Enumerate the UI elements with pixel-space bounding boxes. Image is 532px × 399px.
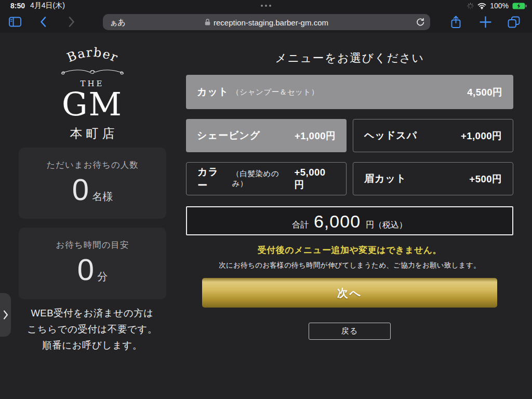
svg-text:Barber: Barber [64, 45, 120, 65]
url-text: reception-staging.barber-gm.com [214, 18, 328, 26]
menu-item-color[interactable]: カラー （白髪染めのみ） +5,000円 [186, 162, 347, 195]
web-reception-note: WEB受付をお済ませの方は こちらでの受付は不要です。 順番にお呼びします。 [0, 305, 184, 353]
logo-flourish-icon [61, 70, 124, 74]
wait-time-unit: 分 [97, 270, 108, 284]
status-left: 8:50 4月4日(木) [10, 0, 65, 11]
tabs-icon[interactable] [507, 16, 521, 29]
logo-barber-arc: Barber [38, 45, 147, 78]
page-settings-button[interactable]: ぁあ [110, 17, 126, 27]
drawer-handle[interactable] [0, 293, 11, 337]
shop-sidebar: Barber THE GM 本町店 ただいまお待ちの人数 [0, 33, 184, 399]
waiting-count-value: 0 [72, 173, 89, 206]
warning-subtext: 次にお待ちのお客様の待ち時間が伸びてしまうため、ご協力をお願い致します。 [186, 261, 513, 270]
safari-toolbar: ぁあ reception-staging.barber-gm.com [0, 11, 532, 33]
waiting-count-title: ただいまお待ちの人数 [19, 159, 166, 171]
lock-icon [205, 19, 210, 26]
back-button[interactable]: 戻る [309, 323, 391, 340]
logo-gm: GM [0, 88, 184, 121]
wait-time-value: 0 [77, 253, 94, 286]
note-line: 順番にお呼びします。 [0, 337, 184, 353]
menu-item-name: ヘッドスパ [364, 129, 417, 142]
wait-time-title: お待ち時間の目安 [19, 240, 166, 251]
menu-item-cut[interactable]: カット （シャンプー＆セット） 4,500円 [186, 75, 513, 109]
battery-charging-icon [512, 3, 527, 9]
forward-icon[interactable] [68, 16, 75, 28]
status-right: 100% [467, 0, 527, 11]
menu-item-price: 4,500円 [467, 86, 502, 99]
shop-logo: Barber THE GM 本町店 [0, 45, 184, 142]
back-icon[interactable] [39, 16, 47, 28]
waiting-count-card: ただいまお待ちの人数 0 名様 [19, 148, 166, 219]
menu-item-note: （シャンプー＆セット） [232, 87, 318, 97]
menu-item-price: +5,000円 [295, 167, 336, 191]
new-tab-icon[interactable] [480, 16, 491, 28]
sidebar-toggle-icon[interactable] [8, 16, 22, 28]
url-display: reception-staging.barber-gm.com [205, 18, 328, 26]
reload-icon[interactable] [416, 18, 425, 27]
reception-page: Barber THE GM 本町店 ただいまお待ちの人数 [0, 33, 532, 399]
menu-item-price: +1,000円 [295, 129, 336, 142]
menu-item-name: 眉カット [364, 172, 406, 185]
date: 4月4日(木) [30, 1, 65, 10]
wifi-icon [477, 3, 486, 9]
ipad-screen: 8:50 4月4日(木) [0, 0, 532, 399]
page-title: メニューをお選びください [186, 50, 513, 66]
total-amount: 6,000 [314, 211, 361, 232]
network-activity-icon [467, 3, 474, 9]
menu-item-note: （白髪染めのみ） [232, 169, 294, 189]
share-icon[interactable] [450, 15, 462, 29]
note-line: こちらでの受付は不要です。 [0, 321, 184, 337]
menu-item-name: シェービング [197, 129, 260, 142]
note-line: WEB受付をお済ませの方は [0, 305, 184, 321]
menu-item-shaving[interactable]: シェービング +1,000円 [186, 119, 347, 152]
total-label: 合計 [292, 220, 309, 231]
total-price-box: 合計 6,000 円（税込） [186, 206, 513, 235]
menu-item-price: +1,000円 [461, 129, 502, 142]
menu-grid: カット （シャンプー＆セット） 4,500円 シェービング +1,000円 ヘッ… [186, 75, 513, 195]
menu-item-name: カット [197, 85, 229, 99]
battery-percent: 100% [490, 2, 509, 10]
no-change-warning: 受付後のメニュー追加や変更はできません。 [186, 244, 513, 256]
menu-selection-panel: メニューをお選びください カット （シャンプー＆セット） 4,500円 シェービ… [184, 33, 532, 399]
next-button[interactable]: 次へ [202, 278, 497, 308]
waiting-count-unit: 名様 [92, 190, 113, 204]
menu-item-name: カラー [197, 165, 229, 192]
clock: 8:50 [10, 2, 25, 10]
wait-time-card: お待ち時間の目安 0 分 [19, 228, 166, 299]
menu-item-head-spa[interactable]: ヘッドスパ +1,000円 [353, 119, 513, 152]
total-suffix: 円（税込） [366, 220, 407, 231]
status-bar: 8:50 4月4日(木) [0, 0, 532, 11]
chevron-right-icon [3, 310, 8, 320]
logo-branch-name: 本町店 [0, 125, 184, 142]
address-bar[interactable]: ぁあ reception-staging.barber-gm.com [103, 14, 430, 30]
menu-item-eyebrow-cut[interactable]: 眉カット +500円 [353, 162, 513, 195]
menu-item-price: +500円 [469, 172, 502, 185]
handoff-dots-icon[interactable] [261, 5, 271, 7]
